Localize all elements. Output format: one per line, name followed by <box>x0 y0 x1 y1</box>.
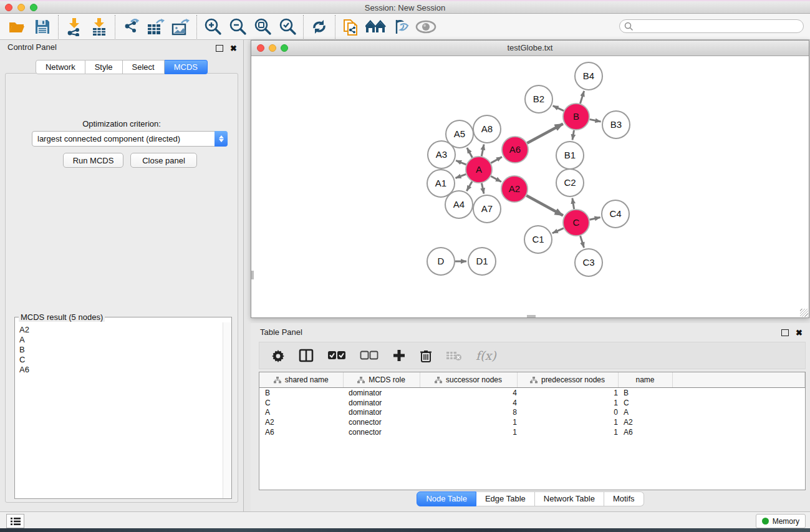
import-table-icon[interactable] <box>87 15 112 39</box>
network-canvas[interactable]: AA1A2A3A4A5A6A7A8BB1B2B3B4CC1C2C3C4DD1 <box>251 56 809 317</box>
graph-node-D1[interactable]: D1 <box>468 248 496 275</box>
table-row[interactable]: Bdominator41B <box>259 388 805 398</box>
result-item[interactable]: C <box>19 355 223 365</box>
graph-node-B4[interactable]: B4 <box>575 62 602 90</box>
graph-node-C[interactable]: C <box>563 210 589 236</box>
graph-edge-A-A2[interactable] <box>491 177 501 182</box>
result-item[interactable]: A6 <box>19 365 223 375</box>
clone-network-icon[interactable] <box>339 15 364 39</box>
graph-edge-A6-B[interactable] <box>527 123 563 143</box>
table-row[interactable]: A6connector11A6 <box>259 427 805 437</box>
graph-node-C3[interactable]: C3 <box>575 249 602 276</box>
tab-select[interactable]: Select <box>123 60 165 74</box>
graph-node-A[interactable]: A <box>466 157 492 183</box>
graph-edge-B-B2[interactable] <box>553 106 564 111</box>
show-graphics-details-icon[interactable] <box>413 15 438 39</box>
graph-edge-A2-C[interactable] <box>526 196 563 216</box>
export-network-icon[interactable] <box>118 15 143 39</box>
graph-edge-C-C3[interactable] <box>581 236 584 248</box>
open-session-icon[interactable] <box>5 15 30 39</box>
graph-node-D[interactable]: D <box>427 248 455 275</box>
refresh-view-icon[interactable] <box>307 15 332 39</box>
tab-network[interactable]: Network <box>36 60 85 74</box>
function-builder-icon[interactable]: f(x) <box>476 349 496 362</box>
graph-edge-B-B1[interactable] <box>572 130 574 140</box>
zoom-in-icon[interactable] <box>200 15 225 39</box>
close-panel-icon[interactable]: ✖ <box>230 44 237 53</box>
graph-edge-A-A7[interactable] <box>481 183 484 194</box>
column-settings-gear-icon[interactable] <box>271 349 285 362</box>
criterion-select[interactable]: largest connected component (directed) <box>32 131 228 147</box>
table-row[interactable]: A2connector11A2 <box>259 417 805 427</box>
export-image-icon[interactable] <box>168 15 193 39</box>
tab-style[interactable]: Style <box>85 60 123 74</box>
tab-motifs[interactable]: Motifs <box>604 491 644 506</box>
graph-node-B[interactable]: B <box>563 104 589 130</box>
graph-node-A5[interactable]: A5 <box>446 120 473 148</box>
graph-node-A4[interactable]: A4 <box>445 191 473 218</box>
save-session-icon[interactable] <box>30 15 55 39</box>
memory-button[interactable]: Memory <box>756 514 806 528</box>
tab-mcds[interactable]: MCDS <box>165 60 208 74</box>
float-table-panel-icon[interactable] <box>781 329 789 336</box>
show-column-icon[interactable] <box>299 349 314 362</box>
zoom-out-icon[interactable] <box>225 15 250 39</box>
graph-edge-B-B4[interactable] <box>580 91 584 104</box>
column-header-successor-nodes[interactable]: successor nodes <box>420 372 517 388</box>
graph-node-A8[interactable]: A8 <box>473 115 501 143</box>
graph-node-B2[interactable]: B2 <box>525 85 552 113</box>
column-header-shared-name[interactable]: shared name <box>259 372 343 388</box>
tab-network-table[interactable]: Network Table <box>535 491 604 506</box>
network-graph[interactable]: AA1A2A3A4A5A6A7A8BB1B2B3B4CC1C2C3C4DD1 <box>251 56 809 317</box>
column-header-name[interactable]: name <box>618 372 672 388</box>
graph-edge-A-A3[interactable] <box>456 160 466 165</box>
network-vscroll-thumb[interactable] <box>251 271 254 279</box>
delete-table-icon[interactable] <box>446 350 462 361</box>
graph-edge-C-C4[interactable] <box>589 217 600 220</box>
result-item[interactable]: A <box>19 335 223 345</box>
graph-node-C2[interactable]: C2 <box>556 169 584 196</box>
close-panel-button[interactable]: Close panel <box>130 153 197 168</box>
graph-edge-A-A1[interactable] <box>456 174 466 178</box>
result-item[interactable]: A2 <box>19 325 223 335</box>
graph-edge-A-A4[interactable] <box>466 181 472 191</box>
graph-node-B3[interactable]: B3 <box>602 111 630 138</box>
zoom-selected-icon[interactable] <box>275 15 300 39</box>
network-window-titlebar[interactable]: testGlobe.txt <box>251 41 809 56</box>
column-header-predecessor-nodes[interactable]: predecessor nodes <box>517 372 618 388</box>
column-header-mcds-role[interactable]: MCDS role <box>343 372 420 388</box>
result-item[interactable]: B <box>19 345 223 355</box>
deselect-all-icon[interactable] <box>360 351 378 360</box>
run-mcds-button[interactable]: Run MCDS <box>63 153 123 168</box>
zoom-fit-icon[interactable] <box>250 15 275 39</box>
close-table-panel-icon[interactable]: ✖ <box>796 328 803 337</box>
graph-edge-A-A8[interactable] <box>481 145 484 157</box>
graph-edge-C-C1[interactable] <box>552 228 564 233</box>
table-row[interactable]: Cdominator41C <box>259 398 805 408</box>
graph-edge-A-A5[interactable] <box>467 148 473 158</box>
graph-node-A7[interactable]: A7 <box>473 195 501 223</box>
select-all-icon[interactable] <box>327 351 346 360</box>
network-hscroll-thumb[interactable] <box>527 315 536 317</box>
show-all-panels-icon[interactable] <box>364 15 388 39</box>
graph-edge-B-B3[interactable] <box>590 119 601 122</box>
table-row[interactable]: Adominator80A <box>259 407 805 417</box>
graph-edge-C-C2[interactable] <box>572 198 574 210</box>
result-scrollbar[interactable] <box>223 322 231 498</box>
graph-node-A2[interactable]: A2 <box>501 176 528 202</box>
float-panel-icon[interactable] <box>216 45 223 52</box>
graph-node-B1[interactable]: B1 <box>556 142 584 169</box>
delete-row-icon[interactable] <box>420 349 432 363</box>
add-row-icon[interactable] <box>392 349 406 362</box>
graph-node-C1[interactable]: C1 <box>524 226 552 253</box>
hide-panels-icon[interactable] <box>388 15 413 39</box>
graph-node-A6[interactable]: A6 <box>502 137 528 163</box>
resize-grip-icon[interactable] <box>800 309 808 317</box>
search-field[interactable] <box>634 20 803 32</box>
search-input[interactable] <box>619 19 804 33</box>
graph-edge-A-A6[interactable] <box>491 157 502 163</box>
graph-node-C4[interactable]: C4 <box>602 200 629 228</box>
task-history-button[interactable] <box>6 514 24 528</box>
import-network-icon[interactable] <box>62 15 87 39</box>
tab-node-table[interactable]: Node Table <box>417 491 476 506</box>
